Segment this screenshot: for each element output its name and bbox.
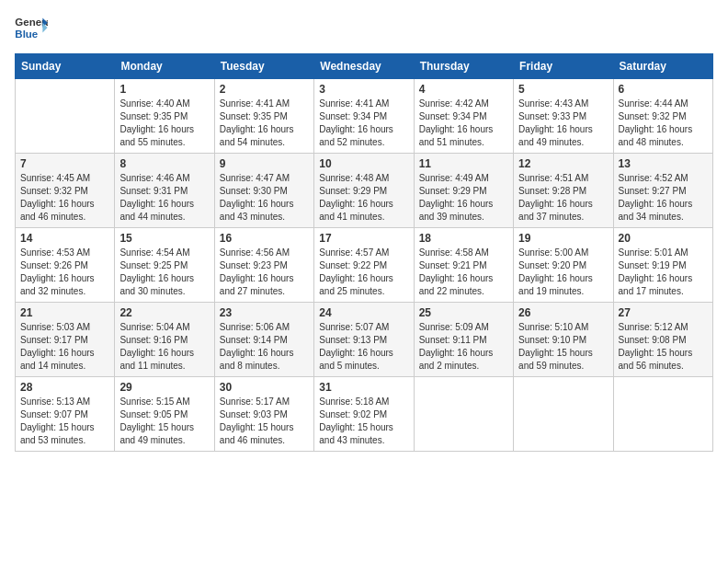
day-info: Sunrise: 4:46 AM Sunset: 9:31 PM Dayligh… <box>119 172 209 224</box>
day-number: 5 <box>518 83 608 96</box>
day-info: Sunrise: 5:01 AM Sunset: 9:19 PM Dayligh… <box>619 247 708 298</box>
svg-text:Blue: Blue <box>15 29 38 40</box>
calendar-cell: 30Sunrise: 5:17 AM Sunset: 9:03 PM Dayli… <box>214 377 313 452</box>
day-info: Sunrise: 5:09 AM Sunset: 9:11 PM Dayligh… <box>419 321 508 373</box>
logo-icon: General Blue <box>15 15 48 42</box>
calendar-week-row: 14Sunrise: 4:53 AM Sunset: 9:26 PM Dayli… <box>16 228 713 303</box>
day-number: 20 <box>619 232 708 245</box>
calendar-cell: 19Sunrise: 5:00 AM Sunset: 9:20 PM Dayli… <box>514 228 613 303</box>
calendar-cell: 4Sunrise: 4:42 AM Sunset: 9:34 PM Daylig… <box>414 79 513 154</box>
day-number: 9 <box>220 157 309 170</box>
day-number: 23 <box>220 306 309 319</box>
day-number: 3 <box>319 83 408 96</box>
calendar-cell: 24Sunrise: 5:07 AM Sunset: 9:13 PM Dayli… <box>314 303 414 377</box>
day-info: Sunrise: 4:49 AM Sunset: 9:29 PM Dayligh… <box>419 172 508 224</box>
calendar-cell: 26Sunrise: 5:10 AM Sunset: 9:10 PM Dayli… <box>514 303 613 377</box>
day-info: Sunrise: 5:06 AM Sunset: 9:14 PM Dayligh… <box>220 321 309 373</box>
day-info: Sunrise: 5:15 AM Sunset: 9:05 PM Dayligh… <box>119 396 209 447</box>
day-number: 2 <box>220 83 309 96</box>
calendar-cell: 17Sunrise: 4:57 AM Sunset: 9:22 PM Dayli… <box>314 228 414 303</box>
calendar-week-row: 1Sunrise: 4:40 AM Sunset: 9:35 PM Daylig… <box>16 79 713 154</box>
calendar-cell: 21Sunrise: 5:03 AM Sunset: 9:17 PM Dayli… <box>16 303 115 377</box>
calendar-header-row: SundayMondayTuesdayWednesdayThursdayFrid… <box>16 54 713 79</box>
day-number: 25 <box>419 306 508 319</box>
day-number: 29 <box>119 381 209 394</box>
calendar-cell <box>414 377 513 452</box>
calendar-cell: 28Sunrise: 5:13 AM Sunset: 9:07 PM Dayli… <box>16 377 115 452</box>
day-number: 17 <box>319 232 408 245</box>
calendar-cell: 11Sunrise: 4:49 AM Sunset: 9:29 PM Dayli… <box>414 154 513 228</box>
day-number: 21 <box>20 306 109 319</box>
day-info: Sunrise: 4:40 AM Sunset: 9:35 PM Dayligh… <box>119 98 209 149</box>
calendar-table: SundayMondayTuesdayWednesdayThursdayFrid… <box>15 53 713 452</box>
day-info: Sunrise: 4:48 AM Sunset: 9:29 PM Dayligh… <box>319 172 408 224</box>
day-info: Sunrise: 4:47 AM Sunset: 9:30 PM Dayligh… <box>220 172 309 224</box>
page-header: General Blue <box>15 15 713 42</box>
day-info: Sunrise: 4:57 AM Sunset: 9:22 PM Dayligh… <box>319 247 408 298</box>
calendar-cell: 3Sunrise: 4:41 AM Sunset: 9:34 PM Daylig… <box>314 79 414 154</box>
calendar-cell: 31Sunrise: 5:18 AM Sunset: 9:02 PM Dayli… <box>314 377 414 452</box>
calendar-week-row: 21Sunrise: 5:03 AM Sunset: 9:17 PM Dayli… <box>16 303 713 377</box>
day-number: 31 <box>319 381 408 394</box>
day-number: 6 <box>619 83 708 96</box>
calendar-cell: 12Sunrise: 4:51 AM Sunset: 9:28 PM Dayli… <box>514 154 613 228</box>
day-info: Sunrise: 4:41 AM Sunset: 9:35 PM Dayligh… <box>220 98 309 149</box>
day-number: 28 <box>20 381 109 394</box>
calendar-cell: 2Sunrise: 4:41 AM Sunset: 9:35 PM Daylig… <box>214 79 313 154</box>
calendar-cell: 16Sunrise: 4:56 AM Sunset: 9:23 PM Dayli… <box>214 228 313 303</box>
day-number: 22 <box>119 306 209 319</box>
calendar-cell: 29Sunrise: 5:15 AM Sunset: 9:05 PM Dayli… <box>115 377 214 452</box>
day-info: Sunrise: 4:44 AM Sunset: 9:32 PM Dayligh… <box>619 98 708 149</box>
day-info: Sunrise: 5:10 AM Sunset: 9:10 PM Dayligh… <box>518 321 608 373</box>
day-info: Sunrise: 5:17 AM Sunset: 9:03 PM Dayligh… <box>220 396 309 447</box>
calendar-cell: 25Sunrise: 5:09 AM Sunset: 9:11 PM Dayli… <box>414 303 513 377</box>
day-of-week-header: Friday <box>514 54 613 79</box>
day-number: 4 <box>419 83 508 96</box>
day-number: 7 <box>20 157 109 170</box>
day-number: 27 <box>619 306 708 319</box>
day-info: Sunrise: 4:41 AM Sunset: 9:34 PM Dayligh… <box>319 98 408 149</box>
calendar-cell: 14Sunrise: 4:53 AM Sunset: 9:26 PM Dayli… <box>16 228 115 303</box>
day-info: Sunrise: 4:42 AM Sunset: 9:34 PM Dayligh… <box>419 98 508 149</box>
day-number: 15 <box>119 232 209 245</box>
day-info: Sunrise: 4:43 AM Sunset: 9:33 PM Dayligh… <box>518 98 608 149</box>
day-number: 13 <box>619 157 708 170</box>
logo: General Blue <box>15 15 48 42</box>
day-of-week-header: Sunday <box>16 54 115 79</box>
calendar-cell: 6Sunrise: 4:44 AM Sunset: 9:32 PM Daylig… <box>613 79 712 154</box>
calendar-cell <box>16 79 115 154</box>
day-number: 14 <box>20 232 109 245</box>
calendar-cell: 20Sunrise: 5:01 AM Sunset: 9:19 PM Dayli… <box>613 228 712 303</box>
day-info: Sunrise: 5:00 AM Sunset: 9:20 PM Dayligh… <box>518 247 608 298</box>
calendar-cell: 7Sunrise: 4:45 AM Sunset: 9:32 PM Daylig… <box>16 154 115 228</box>
day-of-week-header: Saturday <box>613 54 712 79</box>
day-info: Sunrise: 4:51 AM Sunset: 9:28 PM Dayligh… <box>518 172 608 224</box>
day-number: 8 <box>119 157 209 170</box>
day-number: 26 <box>518 306 608 319</box>
day-info: Sunrise: 5:04 AM Sunset: 9:16 PM Dayligh… <box>119 321 209 373</box>
day-info: Sunrise: 5:03 AM Sunset: 9:17 PM Dayligh… <box>20 321 109 373</box>
calendar-cell <box>514 377 613 452</box>
day-number: 19 <box>518 232 608 245</box>
calendar-cell: 10Sunrise: 4:48 AM Sunset: 9:29 PM Dayli… <box>314 154 414 228</box>
calendar-cell: 13Sunrise: 4:52 AM Sunset: 9:27 PM Dayli… <box>613 154 712 228</box>
calendar-cell: 8Sunrise: 4:46 AM Sunset: 9:31 PM Daylig… <box>115 154 214 228</box>
day-info: Sunrise: 4:56 AM Sunset: 9:23 PM Dayligh… <box>220 247 309 298</box>
calendar-cell: 9Sunrise: 4:47 AM Sunset: 9:30 PM Daylig… <box>214 154 313 228</box>
calendar-week-row: 28Sunrise: 5:13 AM Sunset: 9:07 PM Dayli… <box>16 377 713 452</box>
day-number: 10 <box>319 157 408 170</box>
day-number: 12 <box>518 157 608 170</box>
calendar-cell: 18Sunrise: 4:58 AM Sunset: 9:21 PM Dayli… <box>414 228 513 303</box>
day-info: Sunrise: 4:52 AM Sunset: 9:27 PM Dayligh… <box>619 172 708 224</box>
day-info: Sunrise: 4:45 AM Sunset: 9:32 PM Dayligh… <box>20 172 109 224</box>
calendar-cell: 22Sunrise: 5:04 AM Sunset: 9:16 PM Dayli… <box>115 303 214 377</box>
calendar-cell: 23Sunrise: 5:06 AM Sunset: 9:14 PM Dayli… <box>214 303 313 377</box>
day-info: Sunrise: 5:07 AM Sunset: 9:13 PM Dayligh… <box>319 321 408 373</box>
day-info: Sunrise: 4:54 AM Sunset: 9:25 PM Dayligh… <box>119 247 209 298</box>
calendar-cell: 1Sunrise: 4:40 AM Sunset: 9:35 PM Daylig… <box>115 79 214 154</box>
day-number: 1 <box>119 83 209 96</box>
day-number: 24 <box>319 306 408 319</box>
day-number: 11 <box>419 157 508 170</box>
day-info: Sunrise: 5:18 AM Sunset: 9:02 PM Dayligh… <box>319 396 408 447</box>
day-of-week-header: Tuesday <box>214 54 313 79</box>
